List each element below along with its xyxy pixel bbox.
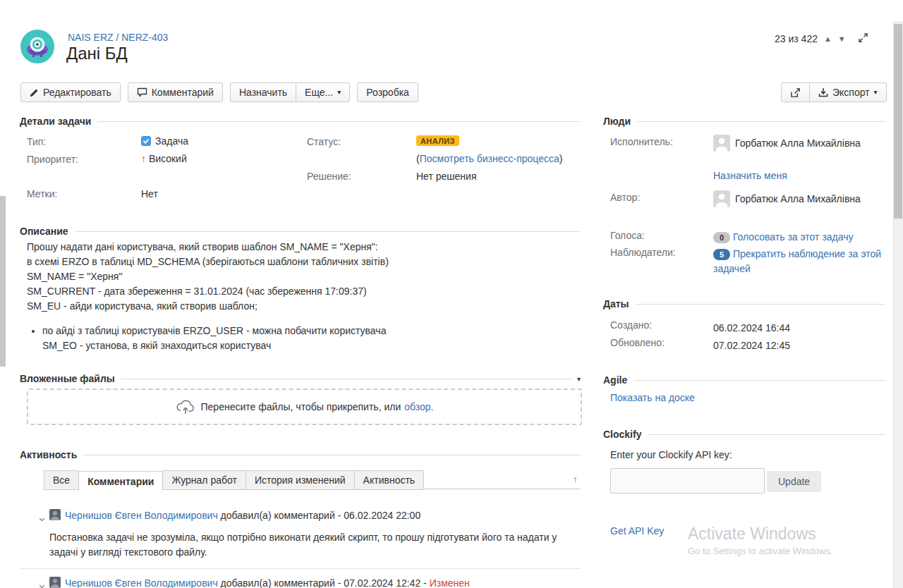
more-button[interactable]: Еще... ▾ bbox=[296, 82, 350, 102]
pencil-icon bbox=[30, 88, 39, 97]
issue-page: NAIS ERZ / NERZ-403 Дані БД 23 из 422 ▲ … bbox=[0, 0, 903, 588]
tab-worklog[interactable]: Журнал работ bbox=[162, 470, 245, 490]
tab-history[interactable]: История изменений bbox=[246, 470, 354, 490]
comment-button-label: Комментарий bbox=[152, 87, 214, 98]
clockify-api-key-input[interactable] bbox=[610, 468, 765, 494]
attachments-heading: Вложенные файлы bbox=[20, 373, 115, 384]
activity-section-header[interactable]: Активность bbox=[20, 449, 581, 460]
watchers-value: 5 Прекратить наблюдение за этой задачей bbox=[713, 247, 887, 276]
toolbar: Редактировать Комментарий Назначить Еще.… bbox=[20, 82, 418, 102]
vote-link[interactable]: Голосовать за этот задачу bbox=[733, 231, 854, 243]
project-avatar[interactable] bbox=[20, 30, 54, 63]
pager-next-icon[interactable]: ▼ bbox=[838, 35, 846, 43]
reporter-name[interactable]: Горбатюк Алла Михайлівна bbox=[735, 193, 861, 204]
view-on-board-link[interactable]: Показать на доске bbox=[610, 392, 695, 403]
description-heading: Описание bbox=[20, 226, 68, 237]
description-line: Прошу надати дані користувача, який ство… bbox=[27, 240, 521, 255]
vertical-scrollbar-thumb[interactable] bbox=[894, 24, 902, 219]
bullet-line-2: SM_EO - установа, в якій знаходиться кор… bbox=[42, 340, 271, 351]
breadcrumb-project-link[interactable]: NAIS ERZ bbox=[68, 32, 114, 43]
comment-date[interactable]: 07.02.2024 12:42 bbox=[344, 577, 420, 588]
edit-button[interactable]: Редактировать bbox=[20, 82, 121, 102]
browse-files-link[interactable]: обзор. bbox=[404, 401, 433, 412]
status-workflow-link-wrap: (Посмотреть бизнесс-процесса) bbox=[416, 153, 562, 164]
comment-author-link[interactable]: Чернишов Євген Володимирович bbox=[65, 577, 218, 588]
description-line: SM_CURRENT - дата збереження = 31.01.202… bbox=[27, 284, 521, 299]
assignee-label: Исполнитель: bbox=[610, 136, 673, 147]
tab-activity[interactable]: Активность bbox=[354, 470, 425, 490]
breadcrumb-issue-link[interactable]: NERZ-403 bbox=[121, 32, 168, 43]
updated-value: 07.02.2024 12:45 bbox=[713, 337, 887, 355]
comment-author-avatar[interactable] bbox=[49, 509, 61, 522]
scroll-to-top-icon[interactable]: ↑ bbox=[573, 474, 578, 485]
dates-section-header[interactable]: Даты bbox=[603, 298, 885, 310]
description-bullet-list: по айді з таблиці користувачів ERZO_USER… bbox=[42, 324, 521, 353]
task-type-icon bbox=[141, 136, 151, 146]
comment-action-text: добавил(а) комментарий bbox=[221, 510, 335, 521]
attachments-collapse-icon[interactable]: ▾ bbox=[577, 375, 581, 383]
comment-header: Чернишов Євген Володимирович добавил(а) … bbox=[65, 510, 420, 521]
priority-label: Приоритет: bbox=[27, 154, 78, 165]
left-scrollbar-thumb[interactable] bbox=[0, 196, 6, 367]
tab-all[interactable]: Все bbox=[44, 470, 78, 490]
attachments-section-header[interactable]: Вложенные файлы ▾ bbox=[20, 373, 581, 384]
get-api-key-link[interactable]: Get API Key bbox=[610, 525, 664, 537]
stop-watching-link[interactable]: Прекратить наблюдение за этой задачей bbox=[713, 248, 881, 274]
comment-collapse-icon[interactable] bbox=[39, 513, 45, 524]
watchers-count-badge: 5 bbox=[713, 249, 730, 260]
comment-author-link[interactable]: Чернишов Євген Володимирович bbox=[65, 510, 218, 521]
windows-activation-watermark-subtitle: Go to Settings to activate Windows. bbox=[688, 546, 832, 556]
status-badge: АНАЛИЗ bbox=[416, 135, 459, 146]
description-bullet: по айді з таблиці користувачів ERZO_USER… bbox=[42, 324, 521, 353]
clockify-section-header[interactable]: Clockify bbox=[603, 429, 885, 440]
workflow-button-group: Назначить Еще... ▾ bbox=[230, 82, 350, 102]
created-label: Создано: bbox=[610, 319, 652, 331]
clockify-update-button[interactable]: Update bbox=[767, 471, 821, 492]
windows-activation-watermark-title: Activate Windows bbox=[688, 525, 816, 544]
pager-prev-icon[interactable]: ▲ bbox=[824, 35, 832, 43]
comment-button[interactable]: Комментарий bbox=[128, 82, 223, 102]
assignee-name[interactable]: Горбатюк Алла Михайлівна bbox=[735, 137, 861, 149]
comment-date[interactable]: 06.02.2024 22:00 bbox=[344, 510, 420, 521]
votes-count-badge: 0 bbox=[713, 232, 730, 243]
details-section-header[interactable]: Детали задачи bbox=[20, 116, 581, 127]
comment-header: Чернишов Євген Володимирович добавил(а) … bbox=[65, 577, 470, 588]
expand-icon[interactable] bbox=[858, 32, 868, 45]
comment-collapse-icon[interactable] bbox=[39, 580, 45, 588]
description-line: в схемі ERZO в таблиці MD_SCHEMA (зберіг… bbox=[27, 255, 521, 269]
assignee-avatar[interactable] bbox=[713, 135, 730, 157]
development-button[interactable]: Розробка bbox=[357, 82, 418, 102]
comment-separator: - bbox=[338, 577, 341, 588]
labels-value: Нет bbox=[141, 188, 158, 200]
agile-section-header[interactable]: Agile bbox=[603, 374, 885, 386]
people-section-header[interactable]: Люди bbox=[603, 116, 885, 127]
comment-divider bbox=[20, 568, 581, 569]
clockify-heading: Clockify bbox=[603, 429, 641, 440]
assign-to-me-link[interactable]: Назначить меня bbox=[713, 170, 787, 181]
comment-author-avatar[interactable] bbox=[49, 577, 61, 588]
description-line: SM_EU - айди користувача, який створив ш… bbox=[27, 299, 521, 314]
reporter-avatar[interactable] bbox=[713, 190, 730, 213]
resolution-label: Решение: bbox=[307, 171, 351, 182]
created-value: 06.02.2024 16:44 bbox=[713, 319, 887, 337]
status-label: Статус: bbox=[307, 136, 341, 147]
share-button[interactable] bbox=[781, 82, 810, 102]
export-button-label: Экспорт bbox=[832, 87, 870, 98]
issue-pager: 23 из 422 ▲ ▼ bbox=[775, 32, 868, 45]
assign-button[interactable]: Назначить bbox=[230, 82, 296, 102]
export-button[interactable]: Экспорт ▾ bbox=[809, 82, 887, 102]
watchers-label: Наблюдатели: bbox=[610, 247, 676, 258]
assignee-value: Горбатюк Алла Михайлівна bbox=[713, 135, 887, 157]
view-workflow-link[interactable]: Посмотреть бизнесс-процесса bbox=[420, 153, 559, 164]
bullet-line-1: по айді з таблиці користувачів ERZO_USER… bbox=[42, 325, 386, 336]
assign-button-label: Назначить bbox=[239, 87, 287, 98]
description-line: SM_NAME = "Херня" bbox=[27, 269, 521, 284]
download-icon bbox=[818, 87, 828, 97]
comment-action-text: добавил(а) комментарий bbox=[221, 577, 335, 588]
development-button-label: Розробка bbox=[366, 87, 409, 98]
description-section-header[interactable]: Описание bbox=[20, 226, 581, 237]
dropzone-text: Перенесите файлы, чтобы прикрепить, или bbox=[201, 401, 401, 412]
edit-button-label: Редактировать bbox=[43, 87, 111, 98]
tab-comments[interactable]: Комментарии bbox=[78, 471, 162, 491]
attachment-dropzone[interactable]: Перенесите файлы, чтобы прикрепить, или … bbox=[27, 388, 582, 425]
